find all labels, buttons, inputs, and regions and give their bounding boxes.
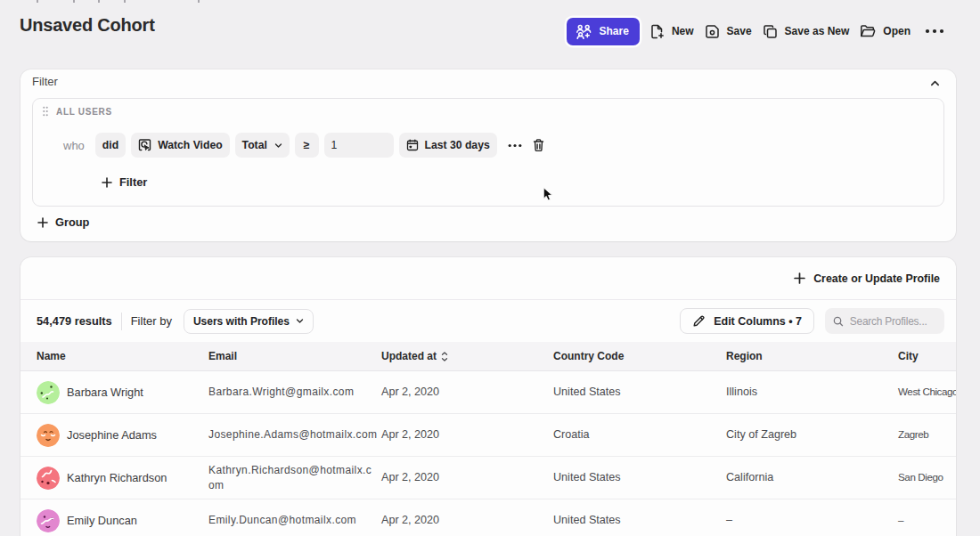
cell-email: Emily.Duncan@hotmailx.com — [192, 513, 381, 528]
drag-handle-icon[interactable] — [42, 106, 49, 117]
clause-more-button[interactable] — [504, 140, 526, 151]
folder-open-icon — [860, 24, 876, 38]
filter-card-title: Filter — [32, 75, 58, 88]
column-header-region[interactable]: Region — [710, 350, 882, 362]
cell-region: Illinois — [710, 386, 882, 400]
header-actions: Share New Save — [567, 18, 951, 45]
event-chip[interactable]: Watch Video — [131, 133, 229, 158]
share-button-label: Share — [600, 25, 629, 37]
new-button-label: New — [672, 25, 694, 37]
profiles-filter-select[interactable]: Users with Profiles — [184, 309, 314, 334]
chevron-down-icon — [296, 317, 304, 325]
add-filter-button[interactable]: Filter — [102, 175, 147, 189]
share-button[interactable]: Share — [567, 18, 640, 45]
header-more-button[interactable] — [916, 23, 951, 39]
operator-chip-label: ≥ — [304, 139, 310, 151]
cell-updated-at: Apr 2, 2020 — [381, 386, 537, 400]
filter-card: Filter ALL USERS who did — [20, 69, 956, 241]
aggregation-chip[interactable]: Total — [235, 133, 290, 158]
new-file-icon — [649, 24, 665, 39]
add-filter-label: Filter — [119, 175, 147, 189]
calendar-icon — [406, 139, 419, 151]
delete-clause-button[interactable] — [528, 134, 549, 156]
save-as-new-button[interactable]: Save as New — [757, 19, 855, 45]
more-dots-icon — [925, 28, 944, 34]
who-label: who — [63, 139, 85, 152]
column-header-label: Country Code — [553, 350, 624, 362]
create-profile-label: Create or Update Profile — [813, 272, 940, 285]
search-icon — [833, 315, 844, 328]
did-chip-label: did — [102, 139, 118, 151]
cell-region: California — [710, 471, 882, 485]
clipped-glyph — [73, 0, 75, 3]
profile-avatar — [37, 467, 60, 490]
table-row[interactable]: Kathryn RichardsonKathryn.Richardson@hot… — [20, 457, 956, 499]
column-header-country-code[interactable]: Country Code — [537, 350, 710, 362]
column-header-label: Email — [208, 350, 237, 362]
cell-region: City of Zagreb — [710, 428, 882, 443]
column-header-email[interactable]: Email — [192, 350, 381, 362]
cell-updated-at: Apr 2, 2020 — [381, 428, 537, 443]
table-row[interactable]: Barbara WrightBarbara.Wright@gmailx.comA… — [20, 371, 956, 414]
aggregation-chip-label: Total — [242, 139, 267, 151]
cell-name: Barbara Wright — [20, 381, 192, 404]
column-header-label: City — [898, 350, 919, 362]
cell-name: Kathryn Richardson — [20, 467, 192, 490]
table-header-row: NameEmailUpdated atCountry CodeRegionCit… — [20, 342, 956, 371]
page-title: Unsaved Cohort — [20, 15, 155, 36]
new-button[interactable]: New — [644, 19, 699, 45]
open-button[interactable]: Open — [854, 19, 916, 44]
cell-country-code: United States — [537, 514, 710, 528]
date-range-chip[interactable]: Last 30 days — [399, 133, 497, 158]
more-dots-icon — [508, 143, 522, 148]
profiles-search — [825, 308, 944, 334]
pencil-icon — [692, 314, 706, 328]
filter-by-label: Filter by — [131, 314, 172, 328]
cell-name: Emily Duncan — [20, 509, 192, 532]
column-header-label: Updated at — [381, 350, 437, 362]
date-range-chip-label: Last 30 days — [425, 139, 490, 151]
cell-email: Josephine.Adams@hotmailx.com — [192, 427, 381, 443]
event-chip-label: Watch Video — [158, 139, 222, 151]
edit-columns-label: Edit Columns • 7 — [714, 315, 802, 328]
profile-avatar — [37, 509, 60, 532]
event-icon — [138, 138, 151, 152]
collapse-filter-button[interactable] — [927, 75, 943, 92]
cell-email: Kathryn.Richardson@hotmailx.com — [192, 463, 381, 493]
cell-city: Zagreb — [882, 428, 956, 441]
cell-updated-at: Apr 2, 2020 — [381, 471, 537, 485]
value-input[interactable] — [324, 133, 394, 158]
add-group-label: Group — [55, 215, 89, 229]
save-button[interactable]: Save — [699, 19, 757, 45]
edit-columns-button[interactable]: Edit Columns • 7 — [680, 308, 814, 334]
create-or-update-profile-button[interactable]: Create or Update Profile — [794, 272, 940, 285]
results-head: Create or Update Profile — [20, 257, 956, 300]
cell-city: West Chicago — [882, 386, 956, 398]
table-row[interactable]: Emily DuncanEmily.Duncan@hotmailx.comApr… — [20, 499, 956, 536]
operator-chip[interactable]: ≥ — [295, 133, 319, 158]
profile-name: Josephine Adams — [67, 428, 157, 443]
cell-country-code: Croatia — [537, 428, 710, 443]
chevron-down-icon — [274, 142, 282, 150]
save-icon — [705, 24, 720, 39]
column-header-label: Name — [37, 350, 66, 362]
group-title: ALL USERS — [56, 107, 112, 117]
column-header-updated-at[interactable]: Updated at — [381, 350, 537, 362]
table-row[interactable]: Josephine AdamsJosephine.Adams@hotmailx.… — [20, 414, 956, 457]
profile-name: Kathryn Richardson — [67, 471, 167, 485]
column-header-city[interactable]: City — [882, 350, 956, 362]
share-people-icon — [576, 24, 592, 39]
did-chip[interactable]: did — [95, 133, 126, 158]
mouse-cursor — [543, 187, 553, 202]
profile-name: Barbara Wright — [67, 386, 143, 400]
results-card: Create or Update Profile 54,479 results … — [20, 257, 956, 536]
add-group-button[interactable]: Group — [37, 215, 89, 229]
cell-email: Barbara.Wright@gmailx.com — [192, 385, 381, 400]
trash-icon — [532, 138, 545, 152]
column-header-name[interactable]: Name — [20, 350, 192, 362]
cell-city: San Diego — [882, 471, 956, 483]
sort-icon — [441, 352, 448, 361]
filter-group-head: ALL USERS — [33, 99, 943, 117]
profile-avatar — [37, 381, 60, 404]
search-input[interactable] — [850, 315, 936, 328]
